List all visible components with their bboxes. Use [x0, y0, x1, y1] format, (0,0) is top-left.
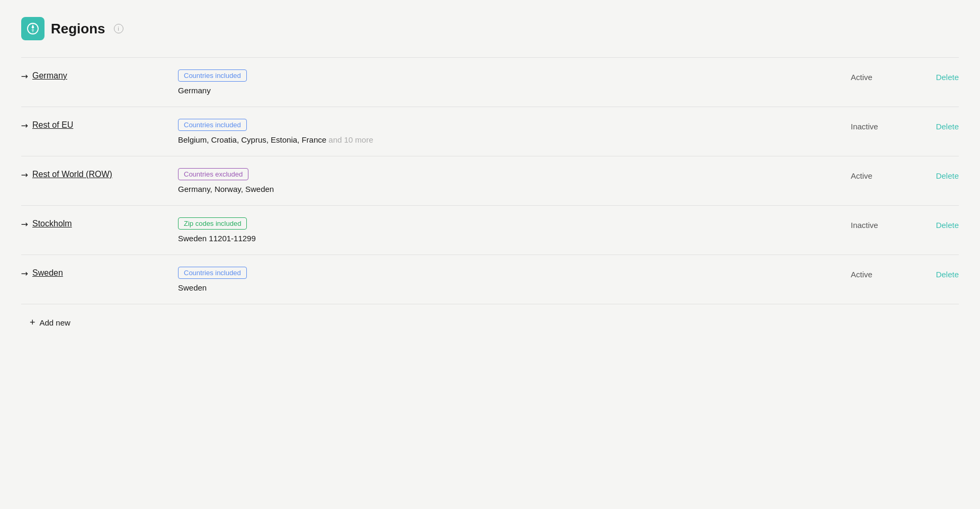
region-name-cell: ↗ Rest of EU — [21, 107, 170, 156]
region-name-link[interactable]: Germany — [32, 71, 67, 81]
region-value: Sweden — [178, 283, 834, 292]
region-badge: Countries included — [178, 119, 247, 131]
region-name-link[interactable]: Stockholm — [32, 219, 72, 229]
region-name-cell: ↗ Rest of World (ROW) — [21, 156, 170, 206]
region-status: Inactive — [842, 107, 911, 156]
region-badge: Countries excluded — [178, 168, 248, 180]
region-name-link[interactable]: Sweden — [32, 268, 63, 278]
navigate-icon: ↗ — [19, 169, 31, 181]
page-header: Regions i — [21, 17, 959, 40]
add-new-button[interactable]: + Add new — [21, 304, 959, 332]
region-detail-cell: Countries included Sweden — [170, 255, 842, 304]
navigate-icon: ↗ — [19, 218, 31, 230]
region-name-link[interactable]: Rest of EU — [32, 120, 73, 130]
navigate-icon: ↗ — [19, 119, 31, 131]
region-action-cell: Delete — [911, 156, 959, 206]
region-status: Inactive — [842, 206, 911, 255]
region-detail-cell: Countries excluded Germany, Norway, Swed… — [170, 156, 842, 206]
delete-button[interactable]: Delete — [936, 122, 959, 131]
table-row: ↗ Rest of EU Countries included Belgium,… — [21, 107, 959, 156]
table-row: ↗ Stockholm Zip codes included Sweden 11… — [21, 206, 959, 255]
add-new-label: Add new — [40, 318, 70, 327]
region-status: Active — [842, 58, 911, 107]
region-value: Sweden 11201-11299 — [178, 234, 834, 243]
region-detail-cell: Zip codes included Sweden 11201-11299 — [170, 206, 842, 255]
delete-button[interactable]: Delete — [936, 221, 959, 230]
app-icon — [21, 17, 44, 40]
table-row: ↗ Rest of World (ROW) Countries excluded… — [21, 156, 959, 206]
region-badge: Zip codes included — [178, 217, 247, 230]
region-badge: Countries included — [178, 69, 247, 82]
region-value: Germany — [178, 86, 834, 95]
info-icon[interactable]: i — [114, 24, 123, 33]
region-badge: Countries included — [178, 267, 247, 279]
page-title: Regions — [51, 21, 105, 37]
region-status: Active — [842, 156, 911, 206]
region-detail-cell: Countries included Belgium, Croatia, Cyp… — [170, 107, 842, 156]
delete-button[interactable]: Delete — [936, 73, 959, 82]
region-action-cell: Delete — [911, 107, 959, 156]
navigate-icon: ↗ — [19, 267, 31, 279]
region-action-cell: Delete — [911, 255, 959, 304]
delete-button[interactable]: Delete — [936, 270, 959, 279]
region-action-cell: Delete — [911, 206, 959, 255]
regions-table: ↗ Germany Countries included Germany Act… — [21, 57, 959, 304]
svg-marker-2 — [32, 29, 34, 33]
table-row: ↗ Sweden Countries included Sweden Activ… — [21, 255, 959, 304]
region-name-cell: ↗ Stockholm — [21, 206, 170, 255]
region-value: Germany, Norway, Sweden — [178, 185, 834, 194]
compass-icon — [26, 22, 39, 35]
delete-button[interactable]: Delete — [936, 171, 959, 180]
svg-marker-1 — [32, 24, 34, 29]
region-action-cell: Delete — [911, 58, 959, 107]
region-name-cell: ↗ Germany — [21, 58, 170, 107]
region-detail-cell: Countries included Germany — [170, 58, 842, 107]
region-status: Active — [842, 255, 911, 304]
navigate-icon: ↗ — [19, 70, 31, 82]
table-row: ↗ Germany Countries included Germany Act… — [21, 58, 959, 107]
plus-icon: + — [30, 317, 35, 328]
region-name-cell: ↗ Sweden — [21, 255, 170, 304]
region-name-link[interactable]: Rest of World (ROW) — [32, 170, 112, 179]
region-value: Belgium, Croatia, Cyprus, Estonia, Franc… — [178, 135, 834, 144]
